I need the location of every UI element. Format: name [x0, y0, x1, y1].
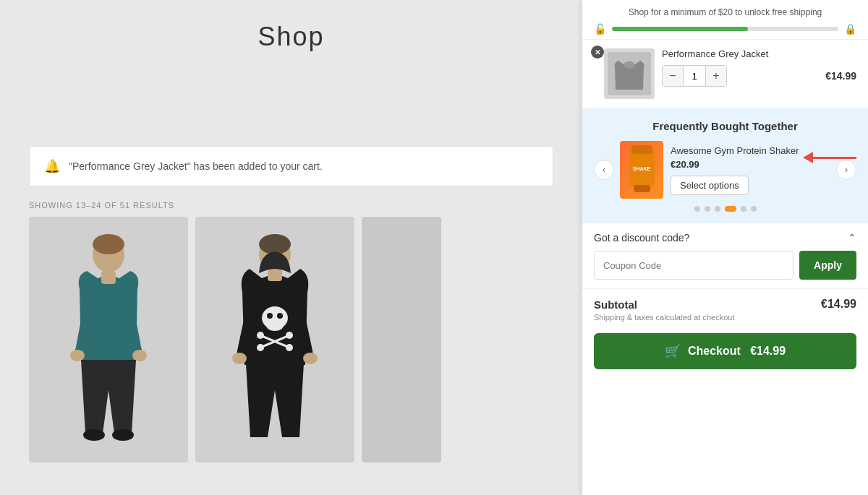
cart-item-details: Performance Grey Jacket − + €14.99: [662, 48, 856, 87]
fbt-carousel: ‹ SHAKE Awesome Gym Protein Shaker €20.9…: [594, 141, 856, 199]
cart-item: ✕ Performance Grey Jacket − + €14.99: [582, 40, 868, 108]
svg-rect-25: [631, 145, 652, 154]
svg-point-19: [232, 353, 247, 364]
product-card-3-partial[interactable]: [362, 217, 441, 462]
fbt-product-image: SHAKE: [620, 141, 663, 199]
subtotal-row: Subtotal €14.99: [594, 298, 856, 311]
progress-track: [612, 27, 838, 31]
quantity-control: − +: [662, 65, 727, 87]
svg-point-6: [112, 429, 134, 441]
shop-main: Shop 🔔 "Performance Grey Jacket" has bee…: [0, 0, 582, 495]
cart-item-image: [604, 48, 655, 99]
remove-item-button[interactable]: ✕: [591, 46, 604, 59]
fbt-item: SHAKE Awesome Gym Protein Shaker €20.99 …: [620, 141, 830, 199]
dot-2: [705, 206, 710, 212]
checkout-button[interactable]: 🛒 Checkout €14.99: [594, 333, 856, 369]
svg-text:SHAKE: SHAKE: [632, 166, 650, 171]
shaker-svg: SHAKE: [622, 143, 662, 197]
svg-point-20: [303, 353, 318, 364]
jacket-thumbnail: [608, 52, 651, 95]
arrow-line: [813, 157, 856, 159]
results-count: Showing 13–24 of 51 results: [29, 201, 553, 210]
hoodie-svg: [224, 231, 326, 448]
arrow-annotation: [803, 152, 856, 163]
svg-rect-26: [634, 185, 650, 192]
product-image-1: [29, 217, 188, 462]
bell-icon: 🔔: [44, 158, 60, 174]
dot-1: [694, 206, 700, 212]
fbt-section: Frequently Bought Together ‹ SHAKE Aweso…: [582, 108, 868, 223]
svg-point-18: [286, 344, 293, 351]
product-image-2: [195, 217, 354, 462]
svg-point-8: [259, 234, 291, 254]
progress-fill: [612, 27, 748, 31]
fbt-title: Frequently Bought Together: [594, 120, 856, 132]
discount-section: Got a discount code? ⌃ Apply: [582, 223, 868, 289]
arrow-head: [803, 152, 813, 163]
carousel-dots: [594, 206, 856, 212]
shipping-message: Shop for a minimum of $20 to unlock free…: [594, 7, 856, 17]
product-card-1[interactable]: [29, 217, 188, 462]
svg-point-15: [257, 332, 264, 339]
svg-point-10: [266, 319, 284, 331]
checkout-label: Checkout €14.99: [688, 345, 786, 358]
quantity-decrease-button[interactable]: −: [663, 66, 683, 86]
page-title: Shop: [0, 0, 582, 52]
notification-text: "Performance Grey Jacket" has been added…: [69, 160, 323, 172]
notification-bar: 🔔 "Performance Grey Jacket" has been add…: [29, 146, 553, 186]
subtotal-section: Subtotal €14.99 Shipping & taxes calcula…: [582, 289, 868, 327]
dot-5: [741, 206, 746, 212]
svg-point-3: [132, 350, 147, 361]
coupon-code-input[interactable]: [594, 251, 793, 280]
dot-4-active: [725, 206, 736, 212]
svg-point-2: [70, 350, 85, 361]
svg-point-16: [286, 332, 293, 339]
price-qty-row: − + €14.99: [662, 65, 856, 87]
select-options-button[interactable]: Select options: [671, 176, 749, 195]
shipping-progress-section: Shop for a minimum of $20 to unlock free…: [582, 0, 868, 40]
subtotal-label: Subtotal: [594, 298, 637, 311]
svg-rect-21: [268, 270, 282, 281]
svg-point-11: [267, 313, 273, 319]
svg-point-17: [257, 344, 264, 351]
lock-closed-icon: 🔒: [844, 23, 856, 35]
svg-rect-4: [101, 271, 116, 284]
quantity-increase-button[interactable]: +: [706, 66, 726, 86]
svg-point-12: [277, 313, 283, 319]
discount-header-text: Got a discount code?: [594, 232, 689, 244]
checkout-label-text: Checkout: [688, 345, 741, 357]
chevron-up-icon: ⌃: [848, 232, 856, 244]
discount-header[interactable]: Got a discount code? ⌃: [594, 232, 856, 244]
checkout-price-text: €14.99: [750, 345, 786, 357]
subtotal-price: €14.99: [821, 298, 856, 311]
dot-3: [715, 206, 720, 212]
dot-6: [751, 206, 757, 212]
progress-row: 🔓 🔒: [594, 23, 856, 35]
svg-point-1: [93, 234, 124, 254]
quantity-input[interactable]: [683, 66, 706, 86]
cart-sidebar: Shop for a minimum of $20 to unlock free…: [582, 0, 868, 495]
svg-point-5: [83, 429, 105, 441]
teal-shirt-svg: [58, 231, 159, 448]
cart-item-price: €14.99: [825, 70, 856, 82]
apply-coupon-button[interactable]: Apply: [799, 251, 856, 280]
shipping-note: Shipping & taxes calculated at checkout: [594, 313, 856, 322]
product-grid: [29, 217, 553, 462]
svg-point-23: [624, 61, 635, 69]
product-card-2[interactable]: [195, 217, 354, 462]
coupon-row: Apply: [594, 251, 856, 280]
carousel-prev-button[interactable]: ‹: [594, 160, 614, 180]
checkout-cart-icon: 🛒: [665, 343, 681, 359]
cart-item-name: Performance Grey Jacket: [662, 48, 856, 59]
lock-open-icon: 🔓: [594, 23, 606, 35]
